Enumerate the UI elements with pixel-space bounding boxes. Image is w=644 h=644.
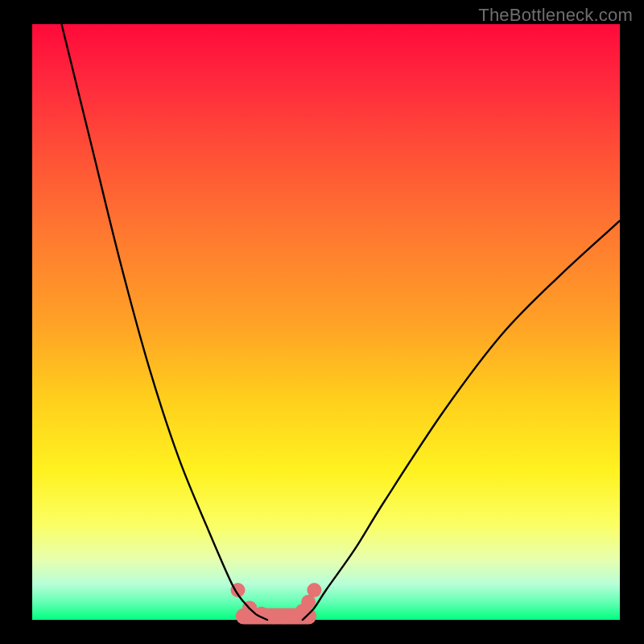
plot-area xyxy=(32,24,620,620)
right-curve xyxy=(303,221,620,620)
left-curve-group xyxy=(62,24,268,620)
right-curve-group xyxy=(303,221,620,620)
chart-frame: TheBottleneck.com xyxy=(0,0,644,644)
data-dot xyxy=(307,583,321,597)
chart-svg xyxy=(32,24,620,620)
watermark-text: TheBottleneck.com xyxy=(478,5,633,26)
left-curve xyxy=(62,24,268,620)
